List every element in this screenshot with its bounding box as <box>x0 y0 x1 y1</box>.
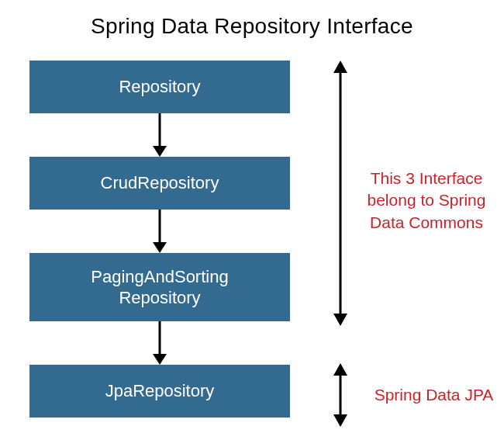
svg-marker-8 <box>333 314 347 326</box>
annotation-jpa: Spring Data JPA <box>366 384 502 406</box>
annotation-commons: This 3 Interface belong to Spring Data C… <box>357 168 496 234</box>
diagram-title: Spring Data Repository Interface <box>0 0 504 39</box>
svg-marker-10 <box>333 363 347 376</box>
hierarchy-column: Repository CrudRepository PagingAndSorti… <box>29 61 290 418</box>
svg-marker-7 <box>333 61 347 73</box>
box-crud-repository: CrudRepository <box>29 157 290 210</box>
arrow-down-icon <box>29 210 290 253</box>
box-paging-sorting-repository: PagingAndSorting Repository <box>29 253 290 321</box>
svg-marker-11 <box>333 414 347 427</box>
arrow-down-icon <box>29 113 290 157</box>
svg-marker-3 <box>153 242 167 253</box>
svg-marker-1 <box>153 146 167 157</box>
svg-marker-5 <box>153 354 167 365</box>
arrow-down-icon <box>29 321 290 365</box>
box-jpa-repository: JpaRepository <box>29 365 290 418</box>
bracket-column <box>326 59 355 431</box>
box-repository: Repository <box>29 61 290 113</box>
